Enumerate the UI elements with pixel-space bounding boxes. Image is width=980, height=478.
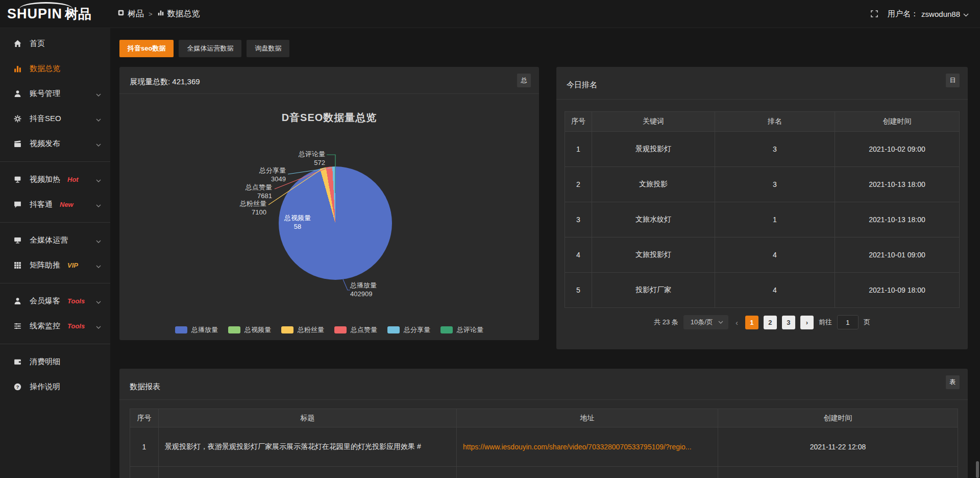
pie-label-value: 58 [283, 222, 312, 231]
sidebar-item-home[interactable]: 首页 [0, 31, 110, 56]
header-right: 用户名： zswodun88 [870, 9, 980, 19]
pie-label-name: 总播放量 [350, 281, 377, 290]
video-url-link[interactable]: https://www.iesdouyin.com/share/video/70… [463, 443, 692, 451]
cell-rank: 3 [715, 132, 835, 167]
clapperboard-icon [13, 139, 22, 148]
report-table: 序号 标题 地址 创建时间 1 景观投影灯，夜游景观投影灯厂家展示展示落花灯在花… [130, 409, 958, 478]
pagination-page-3[interactable]: 3 [782, 316, 795, 329]
tab-douyin-seo-data[interactable]: 抖音seo数据 [119, 40, 174, 57]
legend-swatch [334, 326, 347, 333]
cell-keyword: 文旅投影灯 [592, 237, 715, 273]
pagination-prev[interactable]: ‹ [733, 318, 740, 327]
table-view-button[interactable]: 表 [946, 375, 960, 389]
cell-keyword: 文旅投影 [592, 167, 715, 202]
breadcrumb-current-label: 数据总览 [167, 9, 200, 19]
page-size-select[interactable]: 10条/页 [683, 315, 728, 329]
tab-inquiry-data[interactable]: 询盘数据 [247, 40, 289, 57]
cell-created: 2021-10-13 18:00 [835, 167, 960, 202]
ranking-table: 序号 关键词 排名 创建时间 1 景观投影灯 3 2021-10-02 09:0… [565, 111, 960, 308]
tools-badge: Tools [67, 297, 85, 305]
sidebar-divider [0, 283, 110, 283]
new-badge: New [60, 201, 74, 208]
user-icon [13, 89, 22, 98]
app-window: SHUPIN 树品 树品 > 数据总览 用户名： [0, 0, 980, 478]
username-label: 用户名： [888, 9, 918, 19]
sliders-icon [13, 322, 22, 330]
sidebar-item-instructions[interactable]: ? 操作说明 [0, 374, 110, 399]
legend-item-play[interactable]: 总播放量 [175, 325, 218, 334]
sidebar-item-data-overview[interactable]: 数据总览 [0, 56, 110, 81]
sidebar-item-member[interactable]: 会员爆客 Tools [0, 289, 110, 314]
sidebar-divider [0, 344, 110, 344]
breadcrumb-root[interactable]: 树品 [117, 9, 144, 19]
fullscreen-icon[interactable] [870, 10, 878, 18]
pie-label-comments: 总评论量 572 [299, 150, 325, 167]
pie-label-play: 总播放量 402909 [350, 281, 377, 298]
legend-item-like[interactable]: 总点赞量 [334, 325, 377, 334]
sidebar-item-media-operation[interactable]: 全媒体运营 [0, 228, 110, 253]
person-icon [13, 297, 22, 305]
sidebar-item-consumption[interactable]: 消费明细 [0, 349, 110, 374]
home-icon [13, 39, 22, 48]
chevron-down-icon [96, 89, 101, 99]
legend-item-share[interactable]: 总分享量 [387, 325, 430, 334]
table-row [130, 467, 958, 478]
sidebar-item-douketong[interactable]: 抖客通 New [0, 192, 110, 217]
legend-item-video[interactable]: 总视频量 [228, 325, 271, 334]
pagination-total: 共 23 条 [654, 318, 678, 327]
cell-title: 景观投影灯，夜游景观投影灯厂家展示展示落花灯在花园里的灯光投影应用效果 # [159, 427, 457, 467]
day-view-button[interactable]: 日 [946, 74, 960, 87]
user-menu[interactable]: 用户名： zswodun88 [888, 9, 969, 19]
col-header-index: 序号 [130, 409, 159, 427]
brand-logo[interactable]: SHUPIN 树品 [0, 0, 110, 28]
chevron-down-icon [96, 297, 101, 306]
cell-index [130, 467, 159, 478]
sidebar-item-label: 视频发布 [30, 139, 60, 149]
pie-label-name: 总点赞量 [246, 183, 272, 192]
total-view-button[interactable]: 总 [517, 74, 531, 87]
impressions-value: 421,369 [172, 77, 200, 86]
pie-label-video: 总视频量 58 [283, 213, 312, 231]
pagination-next[interactable]: › [800, 316, 814, 329]
sidebar-divider [0, 161, 110, 162]
table-row: 1 景观投影灯 3 2021-10-02 09:00 [565, 132, 960, 167]
sidebar-item-label: 操作说明 [30, 382, 60, 392]
legend-item-fans[interactable]: 总粉丝量 [281, 325, 324, 334]
sidebar-item-douyin-seo[interactable]: 抖音SEO [0, 106, 110, 131]
tools-badge: Tools [67, 322, 85, 330]
legend-item-comments[interactable]: 总评论量 [440, 325, 483, 334]
pagination-page-2[interactable]: 2 [764, 316, 777, 329]
chevron-down-icon [96, 236, 101, 245]
sidebar-item-account[interactable]: 账号管理 [0, 81, 110, 106]
cell-url [457, 467, 718, 478]
card-divider [119, 93, 539, 94]
sidebar-item-video-publish[interactable]: 视频发布 [0, 131, 110, 156]
sidebar-item-video-heat[interactable]: 视频加热 Hot [0, 167, 110, 192]
scrollbar-thumb[interactable] [976, 461, 979, 478]
legend-label: 总评论量 [457, 325, 483, 334]
sidebar-item-label: 数据总览 [30, 64, 60, 74]
breadcrumb-current[interactable]: 数据总览 [157, 9, 200, 19]
pie-label-value: 7100 [240, 208, 266, 217]
sidebar-item-matrix-boost[interactable]: 矩阵助推 VIP [0, 253, 110, 278]
goto-page-input[interactable] [837, 315, 859, 329]
today-ranking-card: 今日排名 日 序号 关键词 排名 创建时间 1 景观投影灯 3 2021-10-… [556, 67, 968, 349]
pie-label-value: 572 [299, 158, 325, 167]
sidebar-divider [0, 222, 110, 223]
sidebar-item-label: 账号管理 [30, 89, 60, 99]
card-divider [556, 99, 968, 100]
impressions-label: 展现量总数: [130, 77, 170, 86]
sidebar-item-label: 视频加热 [30, 175, 60, 184]
goto-unit: 页 [864, 318, 870, 327]
sidebar-item-label: 首页 [30, 39, 45, 49]
legend-label: 总播放量 [191, 325, 218, 334]
sidebar-item-clue-monitor[interactable]: 线索监控 Tools [0, 314, 110, 339]
top-header: SHUPIN 树品 树品 > 数据总览 用户名： [0, 0, 980, 28]
chevron-down-icon [718, 321, 723, 324]
pagination-page-1[interactable]: 1 [745, 316, 758, 329]
cell-keyword: 投影灯厂家 [592, 273, 715, 308]
sidebar-item-label: 会员爆客 [30, 296, 60, 306]
legend-label: 总粉丝量 [298, 325, 324, 334]
table-row: 4 文旅投影灯 4 2021-10-01 09:00 [565, 237, 960, 273]
tab-media-operation-data[interactable]: 全媒体运营数据 [179, 40, 241, 57]
